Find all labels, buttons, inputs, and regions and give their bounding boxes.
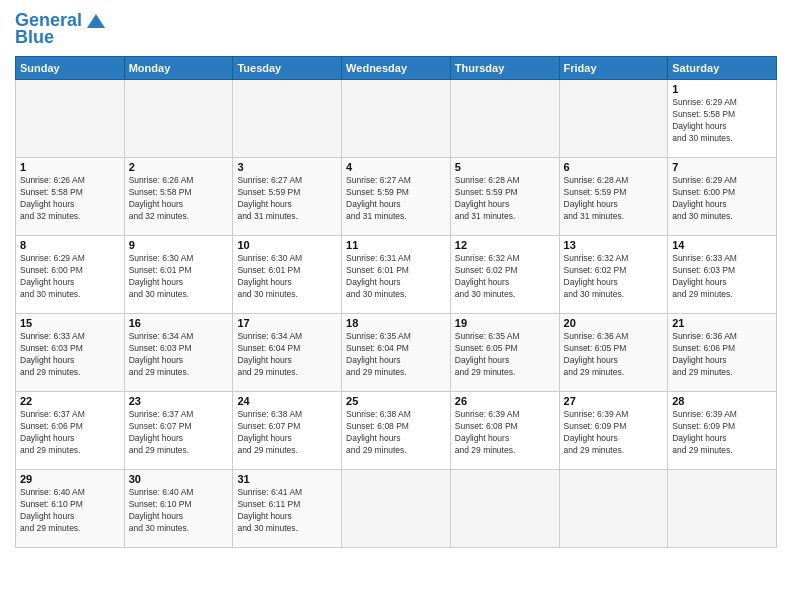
calendar-cell	[450, 80, 559, 158]
svg-marker-0	[87, 14, 105, 28]
day-info: Sunrise: 6:33 AMSunset: 6:03 PMDaylight …	[20, 331, 120, 379]
day-info: Sunrise: 6:30 AMSunset: 6:01 PMDaylight …	[237, 253, 337, 301]
calendar-cell: 4Sunrise: 6:27 AMSunset: 5:59 PMDaylight…	[342, 158, 451, 236]
day-info: Sunrise: 6:39 AMSunset: 6:09 PMDaylight …	[564, 409, 664, 457]
day-number: 19	[455, 317, 555, 329]
day-number: 30	[129, 473, 229, 485]
calendar-cell: 17Sunrise: 6:34 AMSunset: 6:04 PMDayligh…	[233, 314, 342, 392]
calendar-table: SundayMondayTuesdayWednesdayThursdayFrid…	[15, 56, 777, 548]
day-info: Sunrise: 6:34 AMSunset: 6:04 PMDaylight …	[237, 331, 337, 379]
calendar-cell: 30Sunrise: 6:40 AMSunset: 6:10 PMDayligh…	[124, 470, 233, 548]
logo-blue: Blue	[15, 27, 54, 48]
day-number: 27	[564, 395, 664, 407]
calendar-week-3: 15Sunrise: 6:33 AMSunset: 6:03 PMDayligh…	[16, 314, 777, 392]
calendar-cell: 25Sunrise: 6:38 AMSunset: 6:08 PMDayligh…	[342, 392, 451, 470]
calendar-cell: 2Sunrise: 6:26 AMSunset: 5:58 PMDaylight…	[124, 158, 233, 236]
calendar-cell: 18Sunrise: 6:35 AMSunset: 6:04 PMDayligh…	[342, 314, 451, 392]
calendar-week-0: 1Sunrise: 6:29 AMSunset: 5:58 PMDaylight…	[16, 80, 777, 158]
calendar-cell	[450, 470, 559, 548]
calendar-cell: 1Sunrise: 6:26 AMSunset: 5:58 PMDaylight…	[16, 158, 125, 236]
day-number: 24	[237, 395, 337, 407]
calendar-cell	[342, 470, 451, 548]
calendar-cell: 10Sunrise: 6:30 AMSunset: 6:01 PMDayligh…	[233, 236, 342, 314]
calendar-cell: 28Sunrise: 6:39 AMSunset: 6:09 PMDayligh…	[668, 392, 777, 470]
calendar-cell: 27Sunrise: 6:39 AMSunset: 6:09 PMDayligh…	[559, 392, 668, 470]
day-info: Sunrise: 6:40 AMSunset: 6:10 PMDaylight …	[129, 487, 229, 535]
logo: General Blue	[15, 10, 105, 48]
calendar-cell: 5Sunrise: 6:28 AMSunset: 5:59 PMDaylight…	[450, 158, 559, 236]
calendar-cell	[559, 470, 668, 548]
day-number: 15	[20, 317, 120, 329]
day-info: Sunrise: 6:28 AMSunset: 5:59 PMDaylight …	[564, 175, 664, 223]
day-info: Sunrise: 6:28 AMSunset: 5:59 PMDaylight …	[455, 175, 555, 223]
day-number: 3	[237, 161, 337, 173]
day-number: 8	[20, 239, 120, 251]
calendar-cell	[124, 80, 233, 158]
day-number: 20	[564, 317, 664, 329]
day-number: 1	[20, 161, 120, 173]
day-info: Sunrise: 6:40 AMSunset: 6:10 PMDaylight …	[20, 487, 120, 535]
day-info: Sunrise: 6:41 AMSunset: 6:11 PMDaylight …	[237, 487, 337, 535]
day-number: 5	[455, 161, 555, 173]
day-number: 11	[346, 239, 446, 251]
calendar-week-1: 1Sunrise: 6:26 AMSunset: 5:58 PMDaylight…	[16, 158, 777, 236]
calendar-cell: 1Sunrise: 6:29 AMSunset: 5:58 PMDaylight…	[668, 80, 777, 158]
day-info: Sunrise: 6:29 AMSunset: 5:58 PMDaylight …	[672, 97, 772, 145]
day-info: Sunrise: 6:32 AMSunset: 6:02 PMDaylight …	[455, 253, 555, 301]
day-info: Sunrise: 6:34 AMSunset: 6:03 PMDaylight …	[129, 331, 229, 379]
day-info: Sunrise: 6:26 AMSunset: 5:58 PMDaylight …	[129, 175, 229, 223]
day-number: 23	[129, 395, 229, 407]
day-number: 17	[237, 317, 337, 329]
day-info: Sunrise: 6:29 AMSunset: 6:00 PMDaylight …	[20, 253, 120, 301]
calendar-cell: 24Sunrise: 6:38 AMSunset: 6:07 PMDayligh…	[233, 392, 342, 470]
day-header-friday: Friday	[559, 57, 668, 80]
day-info: Sunrise: 6:35 AMSunset: 6:05 PMDaylight …	[455, 331, 555, 379]
calendar-header-row: SundayMondayTuesdayWednesdayThursdayFrid…	[16, 57, 777, 80]
day-info: Sunrise: 6:38 AMSunset: 6:08 PMDaylight …	[346, 409, 446, 457]
calendar-cell: 29Sunrise: 6:40 AMSunset: 6:10 PMDayligh…	[16, 470, 125, 548]
day-info: Sunrise: 6:37 AMSunset: 6:07 PMDaylight …	[129, 409, 229, 457]
calendar-cell: 8Sunrise: 6:29 AMSunset: 6:00 PMDaylight…	[16, 236, 125, 314]
day-number: 16	[129, 317, 229, 329]
day-number: 14	[672, 239, 772, 251]
day-number: 31	[237, 473, 337, 485]
day-info: Sunrise: 6:27 AMSunset: 5:59 PMDaylight …	[237, 175, 337, 223]
calendar-page: General Blue SundayMondayTuesdayWednesda…	[0, 0, 792, 612]
day-info: Sunrise: 6:26 AMSunset: 5:58 PMDaylight …	[20, 175, 120, 223]
day-number: 18	[346, 317, 446, 329]
day-info: Sunrise: 6:31 AMSunset: 6:01 PMDaylight …	[346, 253, 446, 301]
calendar-week-5: 29Sunrise: 6:40 AMSunset: 6:10 PMDayligh…	[16, 470, 777, 548]
day-number: 29	[20, 473, 120, 485]
day-header-tuesday: Tuesday	[233, 57, 342, 80]
day-number: 6	[564, 161, 664, 173]
logo-icon	[87, 14, 105, 28]
day-number: 4	[346, 161, 446, 173]
day-header-sunday: Sunday	[16, 57, 125, 80]
calendar-cell	[342, 80, 451, 158]
calendar-cell	[233, 80, 342, 158]
day-number: 28	[672, 395, 772, 407]
calendar-cell: 16Sunrise: 6:34 AMSunset: 6:03 PMDayligh…	[124, 314, 233, 392]
calendar-cell: 6Sunrise: 6:28 AMSunset: 5:59 PMDaylight…	[559, 158, 668, 236]
day-header-saturday: Saturday	[668, 57, 777, 80]
day-number: 13	[564, 239, 664, 251]
calendar-cell: 14Sunrise: 6:33 AMSunset: 6:03 PMDayligh…	[668, 236, 777, 314]
calendar-cell	[559, 80, 668, 158]
day-number: 22	[20, 395, 120, 407]
calendar-cell: 19Sunrise: 6:35 AMSunset: 6:05 PMDayligh…	[450, 314, 559, 392]
calendar-cell: 13Sunrise: 6:32 AMSunset: 6:02 PMDayligh…	[559, 236, 668, 314]
calendar-week-4: 22Sunrise: 6:37 AMSunset: 6:06 PMDayligh…	[16, 392, 777, 470]
day-number: 7	[672, 161, 772, 173]
day-info: Sunrise: 6:37 AMSunset: 6:06 PMDaylight …	[20, 409, 120, 457]
day-info: Sunrise: 6:35 AMSunset: 6:04 PMDaylight …	[346, 331, 446, 379]
calendar-cell: 26Sunrise: 6:39 AMSunset: 6:08 PMDayligh…	[450, 392, 559, 470]
day-info: Sunrise: 6:39 AMSunset: 6:09 PMDaylight …	[672, 409, 772, 457]
calendar-cell: 23Sunrise: 6:37 AMSunset: 6:07 PMDayligh…	[124, 392, 233, 470]
calendar-cell: 11Sunrise: 6:31 AMSunset: 6:01 PMDayligh…	[342, 236, 451, 314]
day-info: Sunrise: 6:36 AMSunset: 6:06 PMDaylight …	[672, 331, 772, 379]
day-number: 25	[346, 395, 446, 407]
day-header-thursday: Thursday	[450, 57, 559, 80]
day-number: 21	[672, 317, 772, 329]
day-number: 9	[129, 239, 229, 251]
header: General Blue	[15, 10, 777, 48]
